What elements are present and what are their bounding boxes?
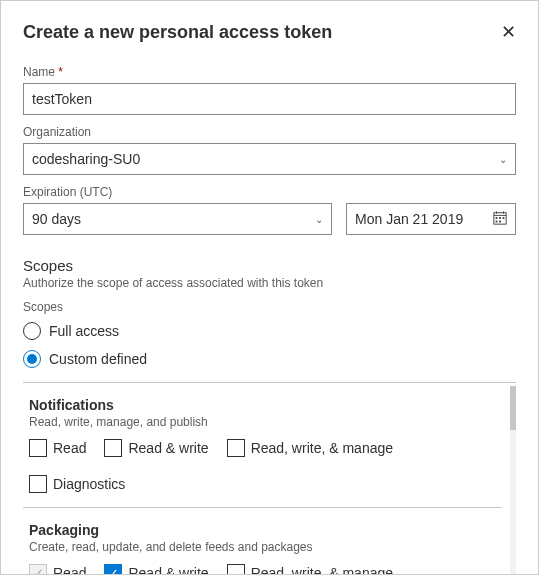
checkbox-unchecked-icon (227, 564, 245, 575)
scrollbar[interactable] (510, 386, 516, 575)
expiration-duration-select[interactable]: 90 days ⌄ (23, 203, 332, 235)
organization-label: Organization (23, 125, 516, 139)
chevron-down-icon: ⌄ (499, 154, 507, 165)
checkbox-checked-icon: ✓ (104, 564, 122, 575)
scope-group-packaging-desc: Create, read, update, and delete feeds a… (29, 540, 502, 554)
name-input[interactable] (23, 83, 516, 115)
checkbox-notifications-read[interactable]: Read (29, 439, 86, 457)
scopes-label: Scopes (23, 300, 516, 314)
radio-unchecked-icon (23, 322, 41, 340)
expiration-label: Expiration (UTC) (23, 185, 516, 199)
checkbox-label: Read (53, 440, 86, 456)
scopes-subtitle: Authorize the scope of access associated… (23, 276, 516, 290)
name-label: Name (23, 65, 516, 79)
close-icon[interactable]: ✕ (501, 21, 516, 43)
checkbox-label: Diagnostics (53, 476, 125, 492)
checkbox-label: Read (53, 565, 86, 575)
radio-full-access-label: Full access (49, 323, 119, 339)
checkbox-label: Read, write, & manage (251, 565, 393, 575)
checkbox-label: Read & write (128, 565, 208, 575)
checkbox-unchecked-icon (29, 475, 47, 493)
expiration-duration-value: 90 days (32, 211, 81, 227)
organization-value: codesharing-SU0 (32, 151, 140, 167)
checkbox-unchecked-icon (104, 439, 122, 457)
radio-custom-defined[interactable]: Custom defined (23, 350, 516, 368)
page-title: Create a new personal access token (23, 22, 332, 43)
checkbox-notifications-rwm[interactable]: Read, write, & manage (227, 439, 393, 457)
svg-rect-8 (499, 220, 501, 222)
checkbox-unchecked-icon (29, 439, 47, 457)
chevron-down-icon: ⌄ (315, 214, 323, 225)
checkbox-unchecked-icon (227, 439, 245, 457)
checkbox-notifications-rw[interactable]: Read & write (104, 439, 208, 457)
checkbox-packaging-read[interactable]: ✓ Read (29, 564, 86, 575)
calendar-icon (493, 211, 507, 228)
svg-rect-6 (503, 217, 505, 219)
checkbox-disabled-checked-icon: ✓ (29, 564, 47, 575)
radio-checked-icon (23, 350, 41, 368)
expiration-date-picker[interactable]: Mon Jan 21 2019 (346, 203, 516, 235)
checkbox-packaging-rwm[interactable]: Read, write, & manage (227, 564, 393, 575)
scopes-title: Scopes (23, 257, 516, 274)
radio-custom-defined-label: Custom defined (49, 351, 147, 367)
expiration-date-value: Mon Jan 21 2019 (355, 211, 463, 227)
organization-select[interactable]: codesharing-SU0 ⌄ (23, 143, 516, 175)
svg-rect-5 (499, 217, 501, 219)
checkbox-notifications-diagnostics[interactable]: Diagnostics (29, 475, 125, 493)
checkbox-packaging-rw[interactable]: ✓ Read & write (104, 564, 208, 575)
checkbox-label: Read, write, & manage (251, 440, 393, 456)
scope-group-packaging-title: Packaging (29, 522, 502, 538)
radio-full-access[interactable]: Full access (23, 322, 516, 340)
svg-rect-7 (496, 220, 498, 222)
svg-rect-4 (496, 217, 498, 219)
scope-group-notifications-title: Notifications (29, 397, 502, 413)
scope-group-notifications-desc: Read, write, manage, and publish (29, 415, 502, 429)
checkbox-label: Read & write (128, 440, 208, 456)
